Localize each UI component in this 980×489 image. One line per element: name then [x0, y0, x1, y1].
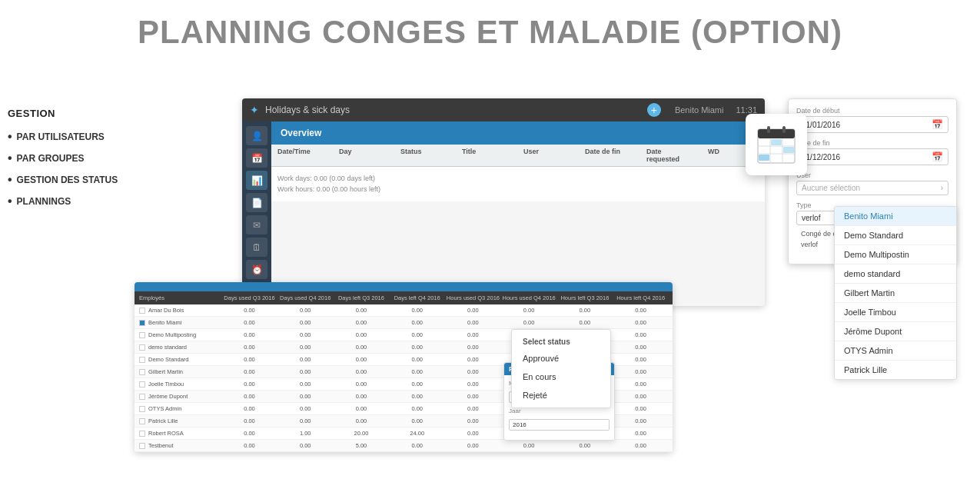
sidebar-icon-4[interactable]: 📄 — [246, 193, 267, 212]
table-cell: 0.00 — [446, 331, 500, 338]
table-cell: 0.00 — [334, 393, 389, 400]
row-checkbox[interactable] — [139, 381, 145, 388]
th-date-fin: Date de fin — [585, 148, 623, 163]
overview-bar: Overview — [271, 121, 765, 145]
bth-daysleft-q4: Days left Q4 2016 — [390, 294, 444, 301]
user-dropdown-item-8[interactable]: Patrick Lille — [835, 361, 956, 379]
table-cell: 0.00 — [334, 319, 389, 326]
row-checkbox[interactable] — [139, 406, 145, 412]
date-fin-value: 31/12/2016 — [802, 153, 932, 161]
feature-list: PAR UTILISATEURS PAR GROUPES GESTION DES… — [8, 130, 177, 208]
user-dropdown-item-6[interactable]: Jérôme Dupont — [835, 322, 956, 341]
user-dropdown: Benito Miami Demo Standard Demo Multipos… — [834, 206, 957, 380]
row-checkbox[interactable] — [139, 357, 145, 363]
svg-rect-8 — [771, 139, 782, 145]
section-heading: GESTION — [8, 108, 177, 119]
employee-name: Benito Miami — [148, 319, 181, 326]
table-cell: 0.00 — [446, 417, 500, 424]
table-cell: 0.00 — [222, 331, 277, 338]
table-cell: 0.00 — [278, 344, 333, 351]
calendar-icon-debut[interactable]: 📅 — [932, 119, 943, 130]
table-cell: 0.00 — [278, 405, 333, 412]
table-cell: 0.00 — [278, 319, 333, 326]
table-row[interactable]: Benito Miami0.000.000.000.000.000.000.00… — [135, 317, 673, 329]
status-item-2[interactable]: Rejeté — [512, 386, 610, 404]
sidebar-icon-6[interactable]: 🗓 — [246, 238, 267, 257]
date-fin-input[interactable]: 31/12/2016 📅 — [796, 148, 948, 165]
row-checkbox[interactable] — [139, 418, 145, 424]
date-debut-input[interactable]: 01/01/2016 📅 — [796, 116, 948, 133]
row-checkbox[interactable] — [139, 369, 145, 375]
bth-hrs-q3: Hours used Q3 2016 — [446, 294, 500, 301]
app-icon: ✦ — [250, 104, 259, 116]
employee-name: Demo Standard — [148, 356, 189, 363]
table-cell: 0.00 — [390, 417, 444, 424]
user-field: User Aucune sélection › — [796, 171, 948, 195]
row-checkbox[interactable] — [139, 344, 145, 351]
table-cell: 0.00 — [558, 442, 613, 449]
user-dropdown-item-3[interactable]: demo standard — [835, 264, 956, 284]
table-cell: 0.00 — [390, 393, 444, 400]
user-dropdown-item-0[interactable]: Benito Miami — [835, 207, 956, 226]
app-layout: 👤 📅 📊 📄 ✉ 🗓 ⏰ 🔖 Overview Date/Time Day S… — [242, 121, 765, 306]
add-button[interactable]: + — [647, 103, 661, 117]
sidebar-icon-1[interactable]: 👤 — [246, 126, 267, 145]
calendar-icon-fin[interactable]: 📅 — [932, 151, 943, 162]
sidebar-icon-5[interactable]: ✉ — [246, 215, 267, 235]
table-cell: 0.00 — [613, 417, 668, 424]
row-checkbox[interactable] — [139, 394, 145, 400]
table-row[interactable]: Testbenut0.000.005.000.000.000.000.000.0… — [135, 440, 673, 452]
table-cell: 24.00 — [390, 430, 444, 437]
row-checkbox[interactable] — [139, 320, 145, 326]
table-cell: 0.00 — [222, 368, 277, 375]
table-cell: 0.00 — [613, 368, 668, 375]
user-dropdown-item-2[interactable]: Demo Multipostin — [835, 245, 956, 264]
table-cell: 0.00 — [446, 307, 500, 314]
bth-days-q4: Days used Q4 2016 — [278, 294, 333, 301]
employee-name: Demo Multiposting — [148, 331, 196, 338]
table-cell: 0.00 — [613, 381, 668, 388]
svg-rect-3 — [782, 126, 786, 133]
table-cell: 0.00 — [613, 405, 668, 412]
table-cell: 0.00 — [390, 368, 444, 375]
row-checkbox[interactable] — [139, 431, 145, 437]
table-cell: 0.00 — [278, 368, 333, 375]
user-select-value: Aucune sélection — [802, 184, 860, 192]
sidebar-icon-2[interactable]: 📅 — [246, 148, 267, 168]
table-cell: 5.00 — [334, 442, 389, 449]
th-datetime: Date/Time — [277, 148, 316, 163]
sidebar-icon-7[interactable]: ⏰ — [246, 260, 267, 279]
sidebar-icon-3[interactable]: 📊 — [246, 171, 267, 190]
table-cell: 0.00 — [278, 381, 333, 388]
table-cell: 0.00 — [613, 393, 668, 400]
employee-name: Amar Du Bois — [148, 307, 184, 314]
th-date-req: Date requested — [646, 148, 685, 163]
app-sidebar: 👤 📅 📊 📄 ✉ 🗓 ⏰ 🔖 — [242, 121, 271, 306]
row-checkbox[interactable] — [139, 308, 145, 314]
user-dropdown-item-4[interactable]: Gilbert Martin — [835, 284, 956, 303]
svg-rect-2 — [767, 126, 770, 133]
th-wd: WD — [708, 148, 746, 163]
table-cell: 0.00 — [446, 319, 500, 326]
table-cell: 0.00 — [278, 393, 333, 400]
status-item-0[interactable]: Approuvé — [512, 349, 610, 368]
filter-jaar-input[interactable] — [509, 419, 610, 431]
date-fin-label: Date de fin — [796, 139, 948, 147]
user-dropdown-item-5[interactable]: Joelle Timbou — [835, 303, 956, 322]
status-item-1[interactable]: En cours — [512, 368, 610, 386]
table-cell: 0.00 — [613, 319, 668, 326]
user-select[interactable]: Aucune sélection › — [796, 181, 948, 195]
row-checkbox[interactable] — [139, 332, 145, 338]
app-titlebar: ✦ Holidays & sick days + Benito Miami 11… — [242, 98, 765, 121]
table-cell: 0.00 — [334, 356, 389, 363]
bottom-table-header: Employés Days used Q3 2016 Days used Q4 … — [135, 291, 673, 304]
list-item-2: PAR GROUPES — [8, 151, 177, 165]
table-row[interactable]: Amar Du Bois0.000.000.000.000.000.000.00… — [135, 304, 673, 317]
bth-hrs-q4: Hours used Q4 2016 — [502, 294, 556, 301]
user-dropdown-item-1[interactable]: Demo Standard — [835, 226, 956, 245]
table-header: Date/Time Day Status Title User Date de … — [271, 145, 765, 167]
row-checkbox[interactable] — [139, 443, 145, 449]
list-item-1: PAR UTILISATEURS — [8, 130, 177, 144]
user-dropdown-item-7[interactable]: OTYS Admin — [835, 341, 956, 361]
chevron-down-icon: › — [941, 184, 943, 192]
